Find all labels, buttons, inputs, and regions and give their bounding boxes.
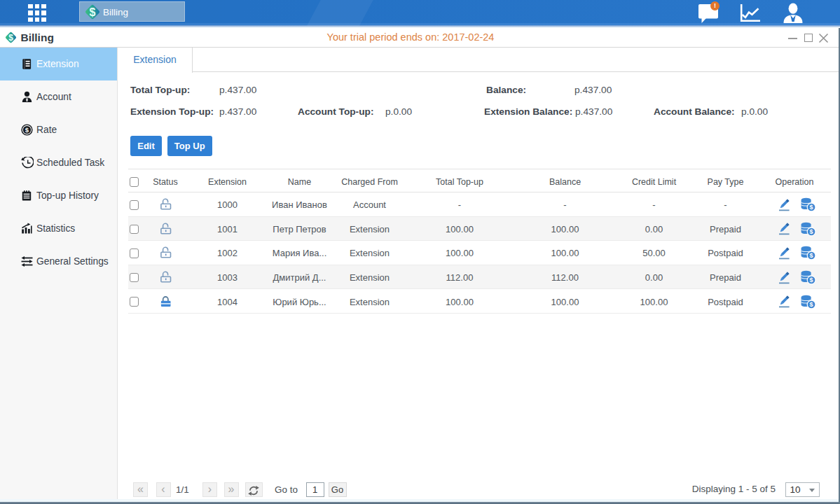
svg-text:$: $ [809, 204, 813, 211]
svg-text:$: $ [809, 253, 813, 260]
svg-text:$: $ [8, 33, 13, 43]
svg-text:$: $ [25, 126, 29, 134]
svg-text:$: $ [809, 301, 813, 308]
svg-text:$: $ [90, 6, 96, 18]
svg-text:$: $ [809, 228, 813, 235]
svg-text:$: $ [809, 276, 813, 284]
